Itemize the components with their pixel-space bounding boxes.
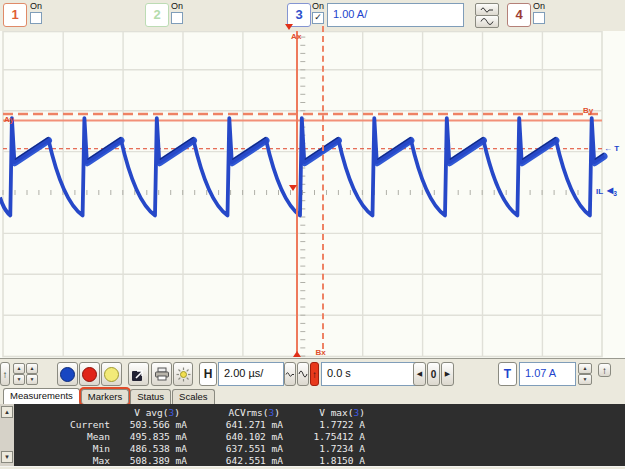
timebase-zoom-in-button[interactable] [297, 362, 309, 386]
trigger-level-field[interactable]: 1.07 A [519, 362, 576, 386]
trigger-level-label[interactable]: ← T [604, 144, 619, 153]
tab-markers[interactable]: Markers [81, 389, 129, 404]
display-brightness-button[interactable] [173, 362, 193, 386]
channel-2-on-label: On [171, 1, 183, 11]
row-label: Min [14, 443, 110, 454]
step-down-icon[interactable]: ▼ [13, 374, 25, 385]
table-row: Current 503.566 mA 641.271 mA 1.7722 A [14, 419, 414, 430]
channel-4-button[interactable]: 4 [507, 3, 531, 27]
cell-vavg: 503.566 mA [110, 419, 187, 430]
trigger-letter: T [614, 144, 619, 153]
step-down-icon[interactable]: ▼ [578, 374, 592, 385]
red-circle-icon [82, 367, 97, 382]
header-spacer [14, 407, 110, 418]
channel-4-on-label: On [533, 1, 545, 11]
scroll-down-button[interactable]: ▼ [1, 451, 13, 463]
horizontal-menu-button[interactable]: H [199, 362, 217, 386]
channel-2-on-checkbox[interactable] [171, 12, 183, 24]
sun-icon [176, 367, 191, 382]
trigger-point-marker [289, 185, 297, 191]
results-tabbar: Measurements Markers Status Scales [0, 389, 625, 404]
channel-3-scale-field[interactable]: 1.00 A/ [327, 3, 464, 27]
ax-cursor-line[interactable] [296, 31, 298, 352]
printer-icon [154, 367, 170, 381]
export-arrow-icon [131, 367, 146, 382]
cell-vavg: 508.389 mA [110, 455, 187, 466]
timebase-field[interactable]: 2.00 µs/ [218, 362, 284, 386]
cell-vmax: 1.75412 A [283, 431, 365, 442]
export-button[interactable] [128, 362, 149, 386]
waveform-display [0, 31, 625, 358]
cell-vmax: 1.8150 A [283, 455, 365, 466]
small-wave-icon [480, 6, 494, 14]
table-row: Max 508.389 mA 642.551 mA 1.8150 A [14, 455, 414, 466]
channel-4-on-group: On [533, 1, 545, 24]
channel-2-on-group: On [171, 1, 183, 24]
cell-vavg: 495.835 mA [110, 431, 187, 442]
small-wave-icon [285, 370, 295, 379]
marker-color-red-button[interactable] [79, 362, 100, 386]
ax-cursor-handle[interactable] [293, 351, 301, 357]
tab-status[interactable]: Status [130, 389, 171, 404]
by-cursor-label[interactable]: By [583, 106, 593, 115]
trigger-up-button[interactable]: ↑ [598, 363, 611, 377]
channel-3-on-label: On [312, 1, 324, 11]
cell-acvrms: 637.551 mA [187, 443, 283, 454]
measurements-panel: ▲ ▼ V avg(3) ACVrms(3) V max(3) Current … [0, 404, 625, 467]
cell-vmax: 1.7234 A [283, 443, 365, 454]
cell-vmax: 1.7722 A [283, 419, 365, 430]
scroll-up-button[interactable]: ▲ [1, 406, 13, 418]
ax-cursor-label[interactable]: Ax [291, 32, 301, 41]
channel-3-reference-marker[interactable]: ◀3 [607, 186, 617, 197]
column-header-vmax: V max(3) [283, 407, 365, 418]
bx-cursor-label[interactable]: Bx [316, 348, 326, 357]
check-icon: ✓ [314, 12, 322, 22]
yellow-circle-icon [104, 367, 119, 382]
channel-4-on-checkbox[interactable] [533, 12, 545, 24]
trigger-position-icon: ↑ [310, 362, 319, 386]
measurements-scrollbar[interactable]: ▲ ▼ [0, 404, 14, 466]
left-arrow-icon: ← [604, 144, 612, 153]
step-up-icon[interactable]: ▲ [26, 363, 38, 374]
zero-delay-button[interactable]: 0 [427, 362, 440, 386]
pan-up-button[interactable]: ↑ [0, 362, 10, 386]
tab-measurements[interactable]: Measurements [3, 388, 80, 404]
cell-acvrms: 642.551 mA [187, 455, 283, 466]
large-wave-icon [480, 17, 494, 26]
channel-3-on-checkbox[interactable]: ✓ [312, 12, 324, 24]
vertical-position-stepper[interactable]: ▲ ▼ [13, 363, 25, 385]
marker-color-blue-button[interactable] [57, 362, 78, 386]
pan-right-button[interactable]: ▶ [441, 362, 454, 386]
ay-cursor-label[interactable]: Ay [4, 115, 14, 124]
scale-down-button[interactable] [475, 15, 499, 28]
trigger-level-stepper[interactable]: ▲ ▼ [578, 363, 592, 385]
bx-cursor-line[interactable] [322, 26, 324, 349]
step-up-icon[interactable]: ▲ [578, 363, 592, 374]
channel-1-on-checkbox[interactable] [30, 12, 42, 24]
vertical-scale-stepper[interactable]: ▲ ▼ [26, 363, 38, 385]
marker-color-yellow-button[interactable] [101, 362, 122, 386]
blue-circle-icon [60, 367, 75, 382]
cell-acvrms: 641.271 mA [187, 419, 283, 430]
up-arrow-icon: ↑ [602, 365, 607, 376]
tab-scales[interactable]: Scales [172, 389, 215, 404]
table-header-row: V avg(3) ACVrms(3) V max(3) [14, 407, 414, 418]
trigger-position-marker[interactable] [285, 24, 293, 30]
timebase-zoom-out-button[interactable] [284, 362, 296, 386]
column-header-acvrms: ACVrms(3) [187, 407, 283, 418]
oscilloscope-window: 1 On 2 On 3 On ✓ 1.00 A/ 4 On Ax Bx [0, 0, 625, 469]
channel-1-button[interactable]: 1 [3, 3, 27, 27]
large-wave-icon [298, 369, 308, 379]
horizontal-toolbar: ↑ ▲ ▼ ▲ ▼ H 2.00 µs/ ↑ 0.0 s ◀ 0 ▶ T 1.0… [0, 358, 625, 390]
left-pointer-icon: ◀ [417, 370, 422, 378]
channel-3-on-group: On ✓ [312, 1, 324, 24]
print-button[interactable] [151, 362, 172, 386]
step-down-icon[interactable]: ▼ [26, 374, 38, 385]
trigger-delay-field[interactable]: 0.0 s [321, 362, 416, 386]
trigger-menu-button[interactable]: T [498, 362, 517, 386]
channel-2-button[interactable]: 2 [145, 3, 169, 27]
pan-left-button[interactable]: ◀ [413, 362, 426, 386]
channel-1-on-group: On [30, 1, 42, 24]
up-arrow-icon: ↑ [3, 369, 8, 380]
step-up-icon[interactable]: ▲ [13, 363, 25, 374]
